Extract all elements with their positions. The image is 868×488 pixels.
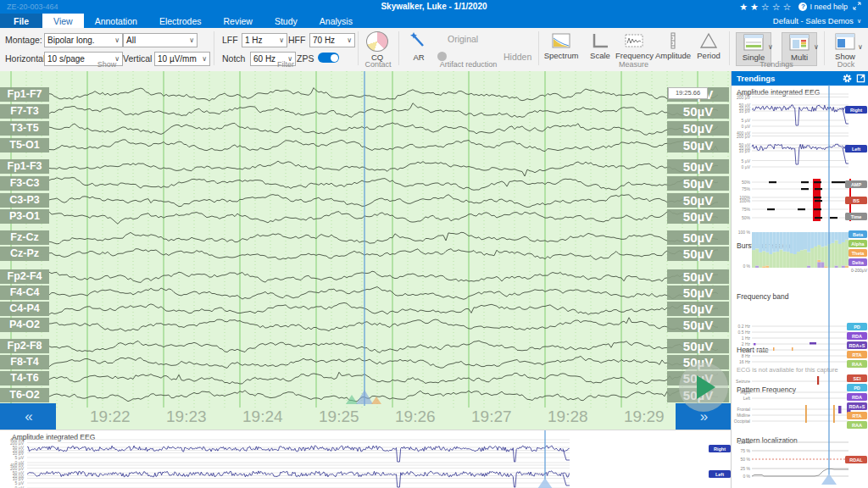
multi-trending-dropdown[interactable]: ∨ — [814, 43, 819, 51]
legend-badge: Left — [709, 470, 731, 478]
axis-label: 1 Hz — [732, 336, 750, 341]
expand-icon[interactable] — [853, 2, 861, 12]
axis-label: 50% — [732, 215, 750, 220]
legend-badge: SEI — [847, 374, 867, 382]
scale-button[interactable]: Scale — [581, 32, 619, 60]
profile-selector[interactable]: Default - Sales Demos ∨ — [773, 14, 861, 28]
dock-show-icon — [835, 42, 855, 52]
tab-study[interactable]: Study — [264, 14, 309, 28]
channel-scale-label: 50µV — [667, 159, 729, 174]
chevron-left-icon: « — [25, 408, 31, 425]
time-tick-label: 19:28 — [548, 408, 588, 426]
axis-label: Midline — [732, 413, 750, 418]
legend-badge: BS — [845, 197, 867, 204]
amplitude-button[interactable]: Amplitude — [654, 32, 692, 60]
channel-label: Fp1-F7 — [0, 87, 49, 102]
ribbon: Montage: Bipolar long.∨ All∨ Horizontal … — [0, 28, 868, 72]
axis-label: 16 Hz — [732, 359, 750, 364]
channel-label: P4-O2 — [0, 318, 49, 332]
legend-badge: RDAL — [845, 456, 867, 463]
page-back-button[interactable]: « — [0, 403, 56, 430]
tab-review[interactable]: Review — [213, 14, 264, 28]
contact-group-caption: Contact — [358, 60, 398, 69]
legend-badge: RAA — [847, 421, 867, 429]
channel-label: F7-T3 — [0, 104, 49, 119]
single-trending-icon — [743, 43, 764, 53]
legend-badge: Right — [709, 445, 731, 452]
sidebar-cursor-marker[interactable] — [821, 474, 837, 485]
electrode-group-select[interactable]: All∨ — [123, 33, 198, 47]
tab-analysis[interactable]: Analysis — [309, 14, 364, 28]
play-button[interactable] — [679, 363, 728, 412]
legend-badge: PD — [847, 323, 867, 330]
trendings-panel-header[interactable]: Trendings — [732, 71, 868, 86]
axis-label: 8 Hz — [732, 353, 750, 358]
dock-show-dropdown[interactable]: ∨ — [858, 43, 863, 51]
channel-scale-label: 50µV — [667, 339, 729, 353]
patient-title: Skywalker, Luke - 1/1/2020 — [0, 2, 868, 11]
channel-label: C3-P3 — [0, 193, 49, 208]
legend-badge: PD — [847, 384, 867, 391]
lff-label: LFF — [222, 35, 238, 45]
play-icon — [697, 375, 715, 399]
period-button[interactable]: Period — [690, 32, 727, 60]
axis-label: 75 % — [732, 448, 750, 453]
original-label: Original — [448, 34, 478, 44]
channel-label: C4-P4 — [0, 302, 49, 316]
axis-label: 100 % — [732, 230, 750, 235]
eeg-trace-area[interactable]: Fp1-F7F7-T3T3-T5T5-O1Fp1-F3F3-C3C3-P3P3-… — [0, 71, 731, 430]
channel-label: F8-T4 — [0, 355, 49, 369]
tab-file[interactable]: File — [0, 14, 42, 28]
open-in-new-window-icon[interactable] — [856, 73, 865, 87]
tab-view[interactable]: View — [42, 14, 84, 28]
axis-label: 5 µV — [732, 158, 750, 164]
legend-badge: Alpha — [849, 240, 867, 247]
channel-scale-label: 50µV — [667, 318, 729, 332]
bottom-cursor-marker[interactable] — [537, 478, 553, 488]
help-button[interactable]: ? I need help — [798, 3, 848, 11]
time-tick-label: 19:22 — [90, 408, 131, 426]
axis-label: 2 Hz — [732, 341, 750, 347]
axis-label: 0 µV — [732, 124, 750, 129]
axis-label: 0 % — [732, 474, 750, 479]
channel-label: Fz-Cz — [0, 230, 49, 245]
axis-label: 5 µV — [732, 118, 750, 123]
spectrum-icon — [552, 32, 570, 49]
hff-select[interactable]: 70 Hz∨ — [309, 33, 355, 47]
tab-electrodes[interactable]: Electrodes — [148, 14, 213, 28]
frequency-button[interactable]: Frequency — [615, 32, 653, 60]
period-icon — [699, 32, 718, 49]
annotation-marker-orange[interactable] — [371, 396, 381, 404]
axis-label: Seizure — [732, 379, 750, 384]
legend-badge: Time — [845, 213, 867, 220]
aeeg-bottom-panel: Amplitude integrated EEG 400 µV200 µV50 … — [0, 430, 731, 488]
axis-label: 0 % — [732, 263, 750, 269]
montage-label: Montage: — [5, 35, 42, 45]
tab-annotation[interactable]: Annotation — [84, 14, 148, 28]
montage-select[interactable]: Bipolar long.∨ — [44, 33, 123, 47]
trendings-group-caption: Trendings — [729, 60, 824, 69]
artifact-group-caption: Artifact reduction — [398, 60, 538, 69]
channel-scale-label: 50µV — [667, 269, 729, 284]
channel-label: T5-O1 — [0, 138, 49, 152]
time-tick-label: 19:24 — [242, 408, 283, 426]
axis-label: 0.2 Hz — [732, 324, 750, 329]
channel-label: T6-O2 — [0, 388, 49, 402]
spectrum-button[interactable]: Spectrum — [542, 32, 580, 60]
legend-badge: Left — [845, 145, 867, 152]
legend-badge: RTA — [847, 351, 867, 358]
axis-label: 100 % — [732, 440, 750, 445]
gear-icon[interactable] — [843, 73, 852, 87]
axis-label: 0 µV — [732, 164, 750, 169]
channel-label: T4-T6 — [0, 371, 49, 385]
channel-label: P3-O1 — [0, 209, 49, 224]
axis-label: 50% — [732, 180, 750, 185]
rating-stars[interactable]: ★★☆☆☆ — [739, 2, 793, 13]
single-trending-dropdown[interactable]: ∨ — [768, 43, 773, 51]
legend-badge: Delta — [849, 258, 867, 266]
lff-select[interactable]: 1 Hz∨ — [242, 33, 287, 47]
axis-label: 75% — [732, 207, 750, 212]
annotation-marker-blue[interactable] — [356, 390, 373, 404]
multi-trending-icon — [789, 43, 810, 53]
trendings-panel: Trendings Amplitude integrated EEG Burst… — [731, 71, 868, 488]
